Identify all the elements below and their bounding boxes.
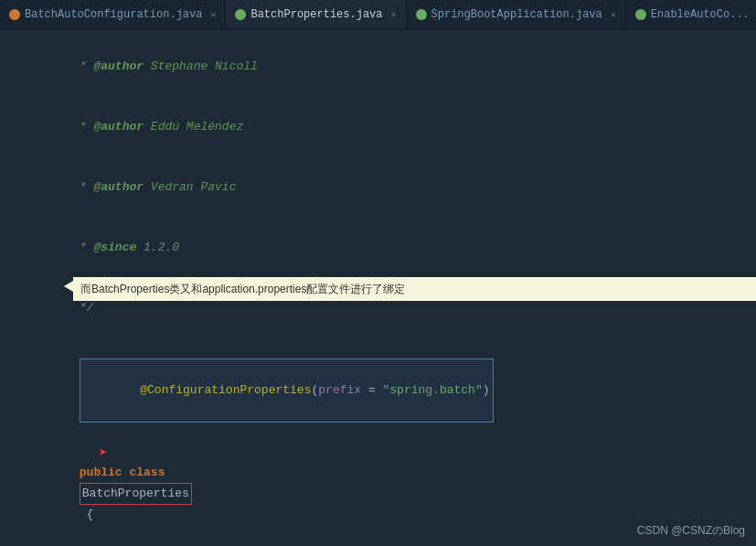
watermark: CSDN @CSNZのBlog	[637, 523, 745, 539]
line-content: * @author Eddú Meléndez	[27, 97, 756, 157]
line-content: * @author Stephane Nicoll	[27, 37, 756, 97]
line-content: * @since 1.2.0	[27, 218, 756, 278]
tab-label: BatchAutoConfiguration.java	[25, 8, 202, 21]
annotation-line: @ConfigurationProperties(prefix = "sprin…	[0, 338, 756, 443]
tab-close-icon[interactable]: ✕	[611, 9, 616, 20]
code-area: * @author Stephane Nicoll * @author Eddú…	[0, 29, 756, 546]
code-line-comment-end: */ 而BatchProperties类又和application.proper…	[0, 278, 756, 338]
code-line: * @since 1.2.0	[0, 218, 756, 278]
line-content: @ConfigurationProperties(prefix = "sprin…	[27, 338, 756, 443]
red-arrow: ➤	[99, 444, 108, 464]
tab-icon-spring	[235, 9, 246, 20]
tab-label: BatchProperties.java	[250, 8, 382, 21]
tab-bar: BatchAutoConfiguration.java ✕ BatchPrope…	[0, 0, 756, 29]
code-line: * @author Stephane Nicoll	[0, 37, 756, 97]
tab-batch-auto[interactable]: BatchAutoConfiguration.java ✕	[0, 0, 226, 28]
tab-icon-spring-3	[635, 9, 646, 20]
tab-batch-props[interactable]: BatchProperties.java ✕	[226, 0, 406, 28]
line-content: * @author Vedran Pavic	[27, 157, 756, 218]
tab-close-icon[interactable]: ✕	[210, 9, 216, 20]
tooltip-arrow	[64, 281, 73, 292]
tab-icon-spring-2	[416, 9, 427, 20]
code-line: * @author Eddú Meléndez	[0, 97, 756, 157]
tab-icon-java	[9, 9, 20, 20]
tab-label: EnableAutoCo...	[651, 8, 750, 21]
tab-enable-auto[interactable]: EnableAutoCo... ✕	[626, 0, 756, 28]
tooltip-bubble: 而BatchProperties类又和application.propertie…	[73, 277, 756, 301]
tab-spring-boot[interactable]: SpringBootApplication.java ✕	[407, 0, 626, 28]
tab-close-icon[interactable]: ✕	[391, 9, 397, 20]
tooltip-text: 而BatchProperties类又和application.propertie…	[80, 283, 405, 295]
code-line: * @author Vedran Pavic	[0, 157, 756, 218]
classname-box: BatchProperties	[80, 483, 192, 505]
tab-label: SpringBootApplication.java	[431, 8, 602, 21]
annotation-highlight: @ConfigurationProperties(prefix = "sprin…	[80, 359, 494, 423]
